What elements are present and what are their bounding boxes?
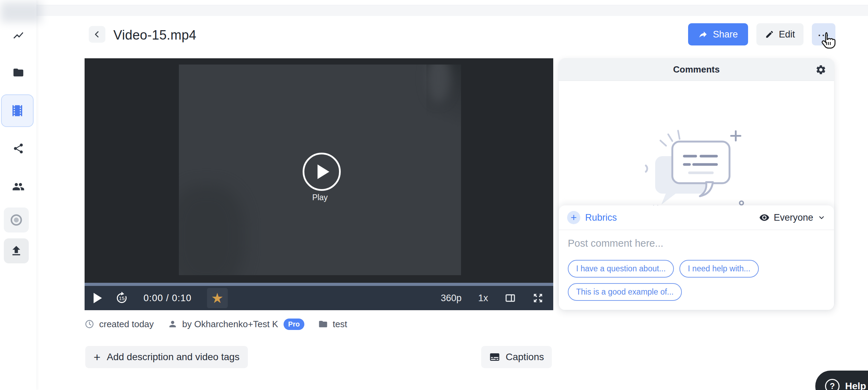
captions-button[interactable]: Captions (481, 346, 552, 368)
plus-icon: + (567, 211, 580, 224)
fullscreen-button[interactable] (532, 292, 544, 304)
play-icon (318, 164, 329, 179)
folder-icon (12, 67, 24, 78)
add-rubrics-button[interactable]: + Rubrics (567, 211, 617, 224)
play-button[interactable] (94, 293, 102, 303)
activity-icon (12, 29, 24, 41)
chevron-down-icon (817, 213, 826, 222)
folder-name[interactable]: test (333, 319, 347, 330)
folder-icon (318, 319, 328, 329)
share-button-label: Share (713, 29, 738, 40)
comments-header: Comments (559, 59, 834, 81)
quality-selector[interactable]: 360p (441, 293, 461, 304)
share-button[interactable]: Share (688, 23, 748, 45)
help-button[interactable]: ? Help (815, 371, 868, 390)
video-player[interactable]: Play 15 0:00 / 0:10 ★ 360p 1x (85, 58, 553, 310)
record-icon (9, 213, 23, 227)
share-arrow-icon (698, 29, 708, 39)
star-icon: ★ (211, 291, 224, 305)
suggestion-chip[interactable]: I need help with... (679, 260, 758, 278)
video-detail-page: Video-15.mp4 Share Edit … Play (0, 0, 868, 390)
visibility-dropdown[interactable]: Everyone (759, 212, 826, 223)
help-label: Help (845, 381, 866, 390)
record-button[interactable] (4, 207, 29, 232)
share-network-icon (12, 143, 24, 154)
svg-text:15: 15 (119, 295, 125, 301)
favorite-button[interactable]: ★ (207, 288, 228, 308)
created-date: created today (99, 319, 154, 330)
author-name: by Okharchenko+Test K (182, 319, 278, 330)
mouse-cursor (818, 31, 838, 53)
rubrics-row: + Rubrics Everyone (559, 205, 834, 230)
sidebar-item-videos[interactable] (1, 94, 34, 127)
blurred-logo (1, 2, 42, 22)
question-mark-icon: ? (825, 379, 840, 390)
time-display: 0:00 / 0:10 (144, 293, 192, 304)
add-description-button[interactable]: + Add description and video tags (85, 346, 248, 368)
player-controls-right: 360p 1x (441, 292, 553, 304)
pencil-icon (765, 30, 774, 39)
theater-mode-button[interactable] (505, 292, 516, 304)
comments-title: Comments (673, 64, 720, 75)
comment-suggestions: I have a question about... I need help w… (559, 258, 834, 310)
speed-selector[interactable]: 1x (478, 293, 488, 304)
pro-badge: Pro (284, 319, 304, 330)
comments-settings-button[interactable] (815, 64, 826, 75)
rewind-15-button[interactable]: 15 (115, 291, 128, 305)
comments-panel: Comments + Rubrics (558, 58, 834, 310)
sidebar-item-folders[interactable] (0, 66, 36, 79)
sidebar (0, 0, 36, 390)
sidebar-item-activity[interactable] (0, 29, 36, 42)
rubrics-label: Rubrics (585, 212, 617, 223)
edit-button[interactable]: Edit (756, 23, 804, 45)
video-metadata: created today by Okharchenko+Test K Pro … (85, 316, 553, 332)
edit-button-label: Edit (779, 29, 795, 40)
play-overlay-button[interactable] (303, 153, 341, 191)
captions-label: Captions (506, 351, 544, 363)
add-description-label: Add description and video tags (107, 351, 240, 363)
film-icon (10, 103, 25, 118)
divider (559, 230, 834, 230)
clock-icon (85, 319, 94, 329)
chevron-left-icon (92, 29, 102, 39)
suggestion-chip[interactable]: I have a question about... (568, 260, 674, 278)
sidebar-item-share[interactable] (0, 142, 36, 155)
upload-button[interactable] (4, 238, 29, 263)
person-icon (168, 319, 177, 329)
people-icon (12, 180, 25, 193)
captions-icon (489, 351, 500, 363)
top-band (0, 5, 868, 16)
sidebar-item-people[interactable] (0, 180, 36, 193)
suggestion-chip[interactable]: This is a good example of... (568, 283, 682, 301)
comment-input[interactable] (567, 237, 827, 258)
play-overlay-label: Play (303, 193, 337, 202)
eye-icon (759, 212, 770, 223)
comment-composer: + Rubrics Everyone I have a question abo… (559, 205, 834, 310)
back-button[interactable] (89, 26, 105, 43)
player-controls: 15 0:00 / 0:10 ★ 360p 1x (85, 286, 553, 310)
visibility-label: Everyone (774, 212, 813, 223)
seek-bar[interactable] (85, 283, 553, 286)
plus-icon: + (94, 351, 101, 363)
video-content-shape (179, 185, 245, 275)
page-title: Video-15.mp4 (113, 28, 197, 43)
upload-icon (10, 244, 23, 257)
